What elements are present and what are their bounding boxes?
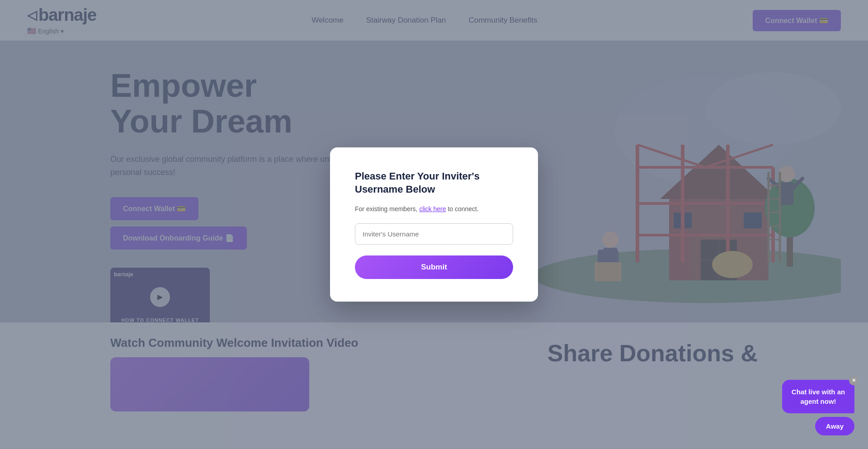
modal-subtitle-prefix: For existing members, — [355, 205, 419, 213]
inviter-modal: Please Enter Your Inviter's Username Bel… — [330, 147, 538, 301]
chat-bubble[interactable]: ✕ Chat live with an agent now! — [782, 380, 854, 413]
modal-submit-button[interactable]: Submit — [355, 255, 513, 279]
chat-close-icon[interactable]: ✕ — [849, 376, 858, 385]
modal-overlay: Please Enter Your Inviter's Username Bel… — [0, 0, 868, 449]
inviter-username-input[interactable] — [355, 223, 513, 245]
modal-subtitle-suffix: to connect. — [446, 205, 479, 213]
modal-title: Please Enter Your Inviter's Username Bel… — [355, 170, 513, 196]
modal-click-here-link[interactable]: click here — [419, 205, 446, 213]
modal-subtitle: For existing members, click here to conn… — [355, 205, 513, 213]
chat-away-button[interactable]: Away — [815, 417, 854, 435]
chat-widget: ✕ Chat live with an agent now! Away — [782, 380, 854, 435]
chat-bubble-text: Chat live with an agent now! — [792, 388, 845, 405]
